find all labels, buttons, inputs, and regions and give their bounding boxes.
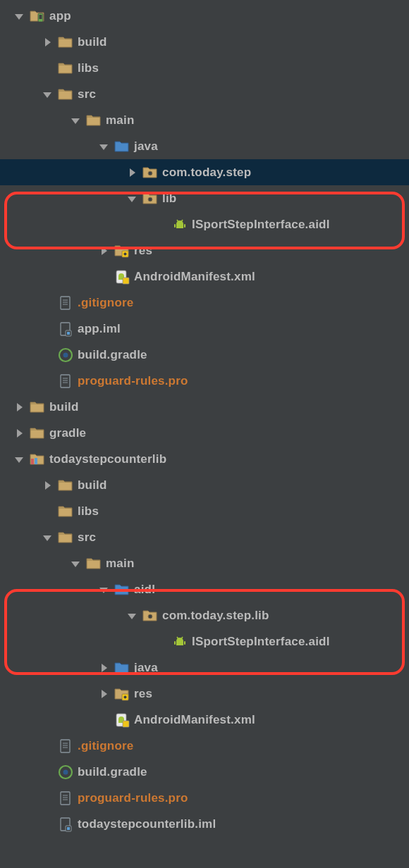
gradle-icon [58,764,73,780]
folder-icon [30,426,45,441]
tree-label: libs [78,504,99,519]
tree-label: todaystepcounterlib [49,452,166,466]
res-folder-icon [114,243,130,259]
expand-toggle-icon[interactable] [69,114,82,127]
tree-item-lib-pkg[interactable]: lib [0,185,409,211]
tree-item-gitignore[interactable]: .gitignore [0,733,409,759]
tree-label: proguard-rules.pro [78,374,188,388]
tree-item-proguard[interactable]: proguard-rules.pro [0,368,409,394]
expand-toggle-icon[interactable] [13,453,25,466]
package-icon [142,165,158,180]
folder-icon [58,478,73,493]
folder-icon [30,399,45,415]
tree-label: aidl [134,583,155,597]
text-file-icon [58,295,73,311]
folder-icon [58,87,73,102]
tree-item-aidl-file[interactable]: ISportStepInterface.aidl [0,628,409,655]
project-tree[interactable]: app build libs src main java com.today.s… [0,0,409,837]
tree-label: src [78,531,96,545]
tree-item-libs[interactable]: libs [0,498,409,524]
expand-toggle-icon[interactable] [97,662,110,674]
tree-label: ISportStepInterface.aidl [192,635,330,649]
android-icon [172,634,188,650]
folder-icon [58,504,73,519]
expand-toggle-icon[interactable] [126,609,138,622]
expand-toggle-icon[interactable] [126,192,138,205]
expand-toggle-icon[interactable] [13,427,25,440]
package-icon [142,608,158,624]
gradle-icon [58,347,73,363]
source-folder-icon [114,582,130,597]
tree-label: java [134,140,158,154]
tree-item-src[interactable]: src [0,524,409,550]
folder-icon [58,530,73,545]
expand-toggle-icon[interactable] [97,140,110,153]
tree-label: AndroidManifest.xml [134,713,255,727]
android-icon [172,217,188,232]
tree-item-gitignore[interactable]: .gitignore [0,290,409,316]
tree-item-lib-module[interactable]: todaystepcounterlib [0,446,409,472]
tree-item-aidl-file[interactable]: ISportStepInterface.aidl [0,211,409,237]
tree-label: main [106,557,134,571]
tree-item-build-gradle[interactable]: build.gradle [0,759,409,785]
tree-item-iml[interactable]: app.iml [0,316,409,342]
tree-item-iml[interactable]: todaystepcounterlib.iml [0,811,409,837]
library-module-icon [30,452,45,467]
tree-label: proguard-rules.pro [78,791,188,805]
folder-icon [86,113,102,128]
expand-toggle-icon[interactable] [41,531,54,544]
tree-label: build.gradle [78,348,147,362]
tree-item-main[interactable]: main [0,550,409,576]
tree-label: main [106,113,134,128]
tree-item-app[interactable]: app [0,3,409,29]
folder-icon [86,556,102,571]
tree-label: build [49,400,79,414]
tree-item-manifest[interactable]: AndroidManifest.xml [0,264,409,290]
text-file-icon [58,738,73,754]
expand-toggle-icon[interactable] [41,88,54,101]
tree-label: lib [162,192,176,206]
tree-item-res[interactable]: res [0,681,409,707]
expand-toggle-icon[interactable] [69,557,82,570]
tree-item-package[interactable]: com.today.step.lib [0,602,409,628]
expand-toggle-icon[interactable] [41,479,54,492]
tree-item-root-gradle[interactable]: gradle [0,420,409,446]
expand-toggle-icon[interactable] [97,244,110,257]
tree-item-root-build[interactable]: build [0,394,409,420]
tree-item-aidl-folder[interactable]: aidl [0,576,409,602]
tree-label: com.today.step [162,166,251,180]
tree-label: ISportStepInterface.aidl [192,218,330,232]
tree-item-java[interactable]: java [0,655,409,681]
tree-item-libs[interactable]: libs [0,55,409,81]
folder-icon [58,61,73,76]
tree-item-manifest[interactable]: AndroidManifest.xml [0,707,409,733]
tree-label: build.gradle [78,765,147,779]
expand-toggle-icon[interactable] [126,166,138,179]
tree-label: src [78,87,96,101]
tree-item-main[interactable]: main [0,107,409,133]
tree-label: .gitignore [78,296,133,310]
iml-file-icon [58,321,73,337]
tree-label: .gitignore [78,739,133,753]
tree-label: libs [78,61,99,75]
tree-item-java[interactable]: java [0,133,409,159]
manifest-icon [114,712,130,728]
text-file-icon [58,373,73,389]
expand-toggle-icon[interactable] [13,10,25,23]
tree-item-res[interactable]: res [0,237,409,264]
expand-toggle-icon[interactable] [41,36,54,49]
tree-label: res [134,687,152,701]
manifest-icon [114,269,130,285]
expand-toggle-icon[interactable] [97,688,110,700]
tree-label: AndroidManifest.xml [134,270,255,284]
expand-toggle-icon[interactable] [13,401,25,414]
tree-item-build-gradle[interactable]: build.gradle [0,342,409,368]
tree-label: build [78,35,107,49]
tree-item-build[interactable]: build [0,472,409,498]
expand-toggle-icon[interactable] [97,583,110,596]
tree-item-proguard[interactable]: proguard-rules.pro [0,785,409,811]
tree-item-package[interactable]: com.today.step [0,159,409,185]
tree-item-build[interactable]: build [0,29,409,55]
res-folder-icon [114,686,130,702]
tree-item-src[interactable]: src [0,81,409,107]
